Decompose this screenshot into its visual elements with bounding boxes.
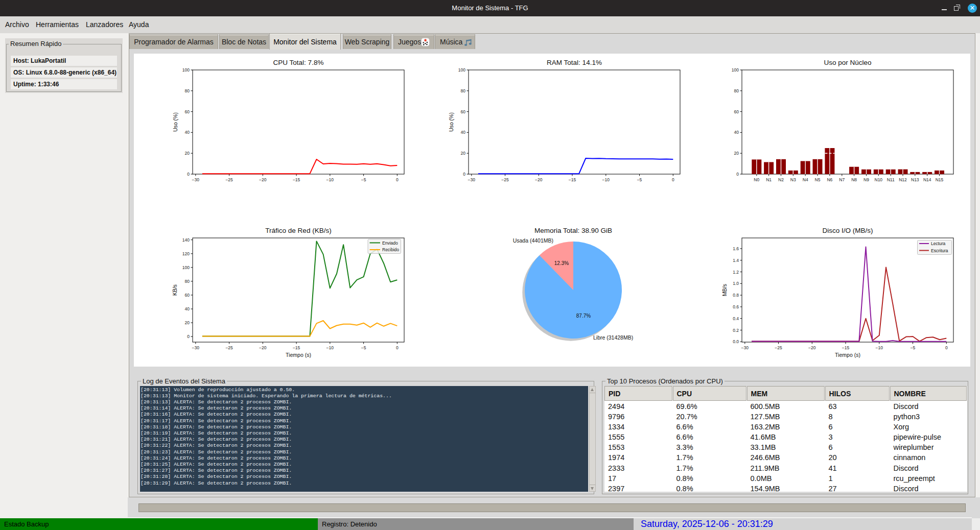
svg-text:N4: N4 <box>803 177 808 182</box>
svg-text:N11: N11 <box>887 177 895 182</box>
svg-text:Disco I/O (MB/s): Disco I/O (MB/s) <box>822 227 873 234</box>
svg-text:1.6: 1.6 <box>733 246 739 251</box>
svg-text:−15: −15 <box>569 177 576 182</box>
svg-text:N14: N14 <box>923 177 931 182</box>
svg-text:0: 0 <box>396 177 399 182</box>
svg-text:−15: −15 <box>293 177 300 182</box>
svg-text:Recibido: Recibido <box>382 247 399 252</box>
svg-text:20: 20 <box>461 151 466 156</box>
svg-text:0: 0 <box>187 172 190 177</box>
svg-text:Tiempo (s): Tiempo (s) <box>286 352 311 358</box>
svg-text:Uso (%): Uso (%) <box>448 112 454 132</box>
svg-text:−20: −20 <box>535 177 543 182</box>
svg-text:N9: N9 <box>864 177 869 182</box>
svg-text:−10: −10 <box>326 177 334 182</box>
svg-text:−5: −5 <box>361 177 366 182</box>
svg-text:−20: −20 <box>808 345 816 350</box>
svg-text:Uso por Núcleo: Uso por Núcleo <box>824 59 871 66</box>
svg-text:N1: N1 <box>766 177 772 182</box>
svg-text:1.0: 1.0 <box>733 281 739 286</box>
svg-text:−20: −20 <box>259 345 267 350</box>
svg-text:40: 40 <box>185 130 190 135</box>
svg-text:Tráfico de Red (KB/s): Tráfico de Red (KB/s) <box>265 227 331 234</box>
svg-text:80: 80 <box>185 88 190 93</box>
svg-text:−25: −25 <box>775 345 782 350</box>
svg-text:60: 60 <box>734 109 739 114</box>
svg-text:0: 0 <box>187 334 190 339</box>
svg-text:Libre (31428MB): Libre (31428MB) <box>593 334 633 341</box>
svg-text:20: 20 <box>734 151 739 156</box>
svg-text:12.3%: 12.3% <box>554 260 569 266</box>
svg-text:0: 0 <box>945 345 948 350</box>
svg-text:40: 40 <box>734 130 739 135</box>
svg-text:−10: −10 <box>326 345 334 350</box>
svg-text:100: 100 <box>182 265 190 270</box>
svg-text:0.2: 0.2 <box>733 328 739 333</box>
svg-text:Escritura: Escritura <box>931 248 948 253</box>
svg-text:60: 60 <box>185 109 190 114</box>
svg-text:RAM Total: 14.1%: RAM Total: 14.1% <box>547 59 602 66</box>
svg-text:40: 40 <box>461 130 466 135</box>
svg-text:0: 0 <box>736 172 739 177</box>
svg-text:120: 120 <box>182 251 190 256</box>
svg-text:N8: N8 <box>851 177 857 182</box>
svg-text:0.6: 0.6 <box>733 304 739 309</box>
svg-text:60: 60 <box>461 109 466 114</box>
svg-text:−30: −30 <box>192 177 200 182</box>
svg-text:0.0: 0.0 <box>733 339 739 344</box>
svg-text:N15: N15 <box>936 177 944 182</box>
svg-text:−5: −5 <box>637 177 642 182</box>
svg-text:0: 0 <box>396 345 399 350</box>
svg-text:CPU Total: 7.8%: CPU Total: 7.8% <box>273 59 324 66</box>
svg-text:−25: −25 <box>225 177 233 182</box>
svg-text:−25: −25 <box>501 177 509 182</box>
svg-text:100: 100 <box>182 67 190 73</box>
svg-text:−5: −5 <box>911 345 916 350</box>
svg-text:87.7%: 87.7% <box>576 313 591 319</box>
svg-text:0: 0 <box>463 172 465 177</box>
svg-text:−15: −15 <box>842 345 850 350</box>
svg-text:20: 20 <box>185 320 190 325</box>
svg-text:−30: −30 <box>192 345 200 350</box>
svg-text:0.8: 0.8 <box>733 293 739 298</box>
svg-text:0: 0 <box>672 177 674 182</box>
svg-text:Memoria Total: 38.90 GiB: Memoria Total: 38.90 GiB <box>534 227 612 234</box>
svg-text:N2: N2 <box>778 177 784 182</box>
svg-text:N12: N12 <box>899 177 907 182</box>
svg-text:KB/s: KB/s <box>172 284 178 296</box>
svg-text:−5: −5 <box>361 345 366 350</box>
svg-text:−10: −10 <box>876 345 883 350</box>
svg-text:Uso (%): Uso (%) <box>172 112 178 132</box>
svg-text:40: 40 <box>185 306 190 311</box>
svg-text:−10: −10 <box>602 177 610 182</box>
svg-text:Usada (4401MB): Usada (4401MB) <box>513 237 553 244</box>
svg-text:60: 60 <box>185 293 190 298</box>
svg-text:N6: N6 <box>827 177 832 182</box>
svg-text:−25: −25 <box>225 345 233 350</box>
svg-text:−30: −30 <box>468 177 476 182</box>
svg-text:N7: N7 <box>839 177 845 182</box>
svg-text:−20: −20 <box>259 177 267 182</box>
svg-text:100: 100 <box>732 67 739 73</box>
svg-text:0.4: 0.4 <box>733 316 739 321</box>
svg-text:20: 20 <box>185 151 190 156</box>
svg-text:N0: N0 <box>754 177 759 182</box>
svg-text:MB/s: MB/s <box>721 284 728 296</box>
svg-text:80: 80 <box>185 279 190 284</box>
svg-text:80: 80 <box>461 88 466 93</box>
svg-text:N10: N10 <box>875 177 883 182</box>
svg-text:80: 80 <box>734 88 739 93</box>
svg-text:−30: −30 <box>741 345 749 350</box>
svg-text:140: 140 <box>182 237 190 243</box>
svg-text:Lectura: Lectura <box>931 241 946 246</box>
svg-text:Tiempo (s): Tiempo (s) <box>835 352 860 358</box>
svg-text:1.2: 1.2 <box>733 270 739 275</box>
svg-text:N5: N5 <box>815 177 821 182</box>
svg-text:N13: N13 <box>911 177 919 182</box>
svg-text:Enviado: Enviado <box>382 240 398 246</box>
svg-text:N3: N3 <box>790 177 796 182</box>
svg-text:100: 100 <box>458 67 465 73</box>
svg-text:−15: −15 <box>293 345 300 350</box>
svg-text:1.4: 1.4 <box>733 258 739 263</box>
